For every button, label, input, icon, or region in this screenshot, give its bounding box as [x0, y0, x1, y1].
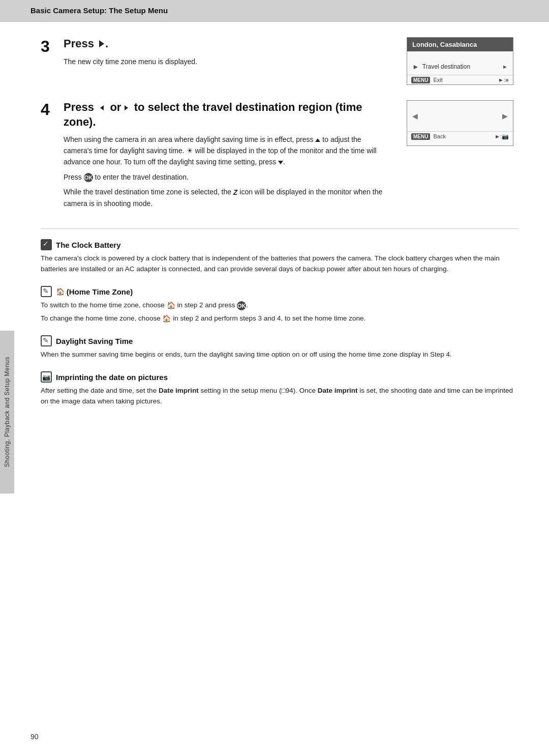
arrow-left-heading [100, 105, 104, 110]
note-clock-body: The camera's clock is powered by a clock… [41, 253, 518, 275]
step-3-image: London, Casablanca ► Travel destination … [407, 37, 518, 85]
note-daylight-body: When the summer saving time begins or en… [41, 350, 518, 360]
note-clock-section: The Clock Battery The camera's clock is … [41, 239, 518, 275]
divider-1 [41, 228, 518, 229]
step-3-heading: Press . [64, 37, 386, 50]
exit-label: Exit [434, 77, 443, 83]
pencil-icon [41, 286, 52, 297]
home-line1: To switch to the home time zone, choose … [41, 300, 518, 311]
city-display: London, Casablanca [407, 38, 513, 51]
home-line2: To change the home time zone, choose 🏠 i… [41, 313, 518, 325]
sidebar-text: Shooting, Playback and Setup Menus [4, 357, 11, 467]
up-arrow-icon [315, 138, 320, 142]
note-home-title: (Home Time Zone) [67, 287, 133, 296]
date-imprint-bold2: Date imprint [318, 387, 358, 394]
back-label: Back [434, 133, 446, 139]
home-icon-inline: 🏠 [167, 301, 175, 309]
arrow-right-heading [125, 105, 128, 110]
note-daylight-section: Daylight Saving Time When the summer sav… [41, 335, 518, 360]
header-bar: Basic Camera Setup: The Setup Menu [0, 0, 549, 22]
step-4-para1: When using the camera in an area where d… [64, 134, 386, 168]
menu-btn: MENU [411, 77, 430, 83]
step-4-para2: Press OK to enter the travel destination… [64, 172, 386, 183]
footer-icons-2: ►:📷 [495, 133, 509, 140]
step-4-number: 4 [41, 100, 64, 213]
end-arrow-icon: ► [502, 64, 508, 70]
note-imprint-body: After setting the date and time, set the… [41, 386, 518, 407]
map-left-arrow: ◀ [412, 112, 418, 120]
menu-back: MENU Back [411, 133, 446, 140]
step-4-body: When using the camera in an area where d… [64, 134, 386, 209]
step-3-period: . [105, 37, 108, 50]
step-4-or: or [110, 101, 121, 113]
z-icon: Z [233, 187, 238, 198]
step-4-content: Press or to select the travel destinatio… [64, 100, 396, 213]
header-title: Basic Camera Setup: The Setup Menu [30, 6, 168, 15]
travel-destination-row: ► Travel destination ► [407, 61, 513, 73]
step-3-body-text: The new city time zone menu is displayed… [64, 57, 197, 66]
step-3-number: 3 [41, 37, 64, 85]
main-content: 3 Press . The new city time zone menu is… [0, 22, 549, 433]
note-home-body: To switch to the home time zone, choose … [41, 300, 518, 324]
note-home-section: 🏠 (Home Time Zone) To switch to the home… [41, 286, 518, 324]
step-3-press: Press [64, 37, 94, 50]
travel-label: Travel destination [422, 63, 502, 70]
home-icon: 🏠 [56, 287, 65, 296]
step-3-content: Press . The new city time zone menu is d… [64, 37, 396, 85]
note-imprint-title: Imprinting the date on pictures [56, 373, 168, 382]
camera-footer-2: MENU Back ►:📷 [407, 131, 513, 141]
note-clock-title: The Clock Battery [56, 241, 121, 249]
note-daylight-header: Daylight Saving Time [41, 335, 518, 346]
camera-icon: 📷 [41, 371, 52, 383]
note-imprint-header: 📷 Imprinting the date on pictures [41, 371, 518, 383]
menu-exit: MENU Exit [411, 77, 443, 83]
check-icon [41, 239, 52, 250]
step-4-suffix: to select the travel destination region … [64, 101, 362, 128]
note-clock-header: The Clock Battery [41, 239, 518, 250]
step-4-section: 4 Press or to select the travel destinat… [41, 100, 518, 213]
note-home-header: 🏠 (Home Time Zone) [41, 286, 518, 297]
down-arrow-icon [278, 161, 283, 164]
footer-icons: ►:⎈ [498, 77, 509, 83]
arrow-right-icon [99, 40, 104, 47]
camera-ui-1: London, Casablanca ► Travel destination … [407, 37, 513, 85]
note-imprint-section: 📷 Imprinting the date on pictures After … [41, 371, 518, 407]
ok-icon-home: OK [237, 301, 246, 310]
step-4-para3: While the travel destination time zone i… [64, 187, 386, 209]
menu-btn-2: MENU [411, 133, 430, 140]
sun-icon: ☀ [187, 146, 193, 157]
note-daylight-title: Daylight Saving Time [56, 337, 133, 345]
page-number: 90 [30, 733, 39, 741]
camera-footer-1: MENU Exit ►:⎈ [407, 75, 513, 84]
camera-ui-2: ◀ ▶ MENU Back ►:📷 [407, 100, 513, 146]
date-imprint-bold1: Date imprint [159, 387, 199, 394]
home-icon-inline2: 🏠 [162, 314, 171, 323]
map-right-arrow: ▶ [502, 112, 508, 120]
step-4-heading: Press or to select the travel destinatio… [64, 100, 386, 129]
map-display: ◀ ▶ [407, 101, 513, 131]
step-3-body: The new city time zone menu is displayed… [64, 56, 386, 68]
sidebar-label: Shooting, Playback and Setup Menus [0, 331, 14, 493]
step-3-section: 3 Press . The new city time zone menu is… [41, 37, 518, 85]
camera-arrow-icon: ► [412, 63, 419, 71]
ok-icon-small: ►:⎈ [498, 77, 509, 83]
step-4-press: Press [64, 101, 94, 113]
step-4-image: ◀ ▶ MENU Back ►:📷 [407, 100, 518, 213]
ok-thumb-icon: ►:📷 [495, 133, 509, 139]
ok-button-icon: OK [84, 173, 93, 182]
pencil-icon-2 [41, 335, 52, 346]
